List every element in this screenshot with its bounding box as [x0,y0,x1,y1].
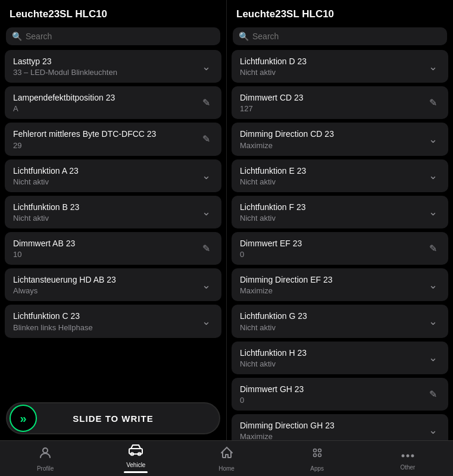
nav-item-vehicle[interactable]: Vehicle [90,441,181,477]
list-item[interactable]: Dimming Direction GH 23 Maximize [232,414,448,440]
list-item[interactable]: Dimmwert EF 23 0 [232,232,448,265]
chevron-down-icon[interactable] [199,60,213,73]
list-item[interactable]: Dimmwert AB 23 10 [5,232,221,265]
list-item[interactable]: Lichtfunktion H 23 Nicht aktiv [232,342,448,374]
item-title: Lichtfunktion C 23 [13,311,199,321]
item-text: Lichtfunktion E 23 Nicht aktiv [240,165,426,186]
item-text: Dimmwert CD 23 127 [240,92,426,113]
pencil-icon[interactable] [426,389,440,400]
item-text: Dimming Direction EF 23 Maximize [240,274,426,295]
item-value: Nicht aktiv [13,177,199,186]
nav-item-profile[interactable]: Profile [0,442,90,475]
item-value: Nicht aktiv [240,359,426,368]
slide-handle[interactable]: » [10,405,37,432]
right-search-input[interactable] [252,32,441,41]
right-panel-title: Leuchte23SL HLC10 [227,0,453,24]
item-title: Lichtfunktion F 23 [240,202,426,212]
item-text: Dimmwert AB 23 10 [13,238,199,259]
item-value: Nicht aktiv [240,214,426,223]
pencil-icon[interactable] [199,243,213,254]
item-title: Dimming Direction CD 23 [240,129,426,139]
item-text: Lichtfunktion G 23 Nicht aktiv [240,311,426,331]
right-search-icon: 🔍 [239,32,249,41]
list-item[interactable]: Dimming Direction CD 23 Maximize [232,123,448,155]
item-value: 127 [240,104,426,113]
slide-chevrons-icon: » [20,412,26,425]
item-text: Lichtfunktion F 23 Nicht aktiv [240,202,426,223]
chevron-down-icon[interactable] [426,60,440,73]
slide-to-write-track[interactable]: » SLIDE TO WRITE [6,402,220,434]
list-item[interactable]: Lasttyp 23 33 – LED-Modul Blinkleuchten [5,50,221,83]
item-value: Nicht aktiv [240,177,426,186]
item-title: Lichtfunktion H 23 [240,347,426,358]
chevron-down-icon[interactable] [199,169,213,182]
chevron-down-icon[interactable] [426,351,440,364]
chevron-down-icon[interactable] [426,278,440,292]
list-item[interactable]: Lichtfunktion C 23 Blinken links Hellpha… [5,305,221,337]
chevron-down-icon[interactable] [426,424,440,437]
apps-nav-icon [310,446,324,464]
left-search-input[interactable] [26,32,214,41]
other-nav-label: Other [400,464,415,471]
left-panel: Leuchte23SL HLC10 🔍 Lasttyp 23 33 – LED-… [0,0,227,440]
chevron-down-icon[interactable] [426,133,440,146]
list-item[interactable]: Dimmwert CD 23 127 [232,86,448,119]
right-search-bar[interactable]: 🔍 [233,27,447,45]
svg-point-0 [43,448,48,453]
pencil-icon[interactable] [199,133,213,145]
item-title: Dimmwert CD 23 [240,92,426,103]
list-item[interactable]: Lampendefektbitposition 23 A [5,86,221,119]
chevron-down-icon[interactable] [199,205,213,218]
svg-point-9 [406,454,409,457]
nav-active-indicator [124,471,148,473]
list-item[interactable]: Lichtansteuerung HD AB 23 Always [5,268,221,301]
item-text: Dimmwert EF 23 0 [240,238,426,259]
left-search-icon: 🔍 [12,32,22,41]
nav-item-apps[interactable]: Apps [272,442,363,475]
svg-point-6 [313,453,316,456]
left-search-bar[interactable]: 🔍 [6,27,220,45]
list-item[interactable]: Lichtfunktion G 23 Nicht aktiv [232,305,448,337]
item-text: Lichtfunktion A 23 Nicht aktiv [13,165,199,186]
item-value: Nicht aktiv [240,68,426,77]
vehicle-icon [128,444,143,456]
item-text: Dimmwert GH 23 0 [240,384,426,405]
item-value: Maximize [240,141,426,150]
vehicle-nav-label: Vehicle [126,462,145,468]
item-text: Lasttyp 23 33 – LED-Modul Blinkleuchten [13,56,199,77]
item-title: Lichtfunktion A 23 [13,165,199,176]
chevron-down-icon[interactable] [426,205,440,218]
chevron-down-icon[interactable] [426,169,440,182]
list-item[interactable]: Lichtfunktion A 23 Nicht aktiv [5,159,221,192]
list-item[interactable]: Lichtfunktion B 23 Nicht aktiv [5,196,221,228]
chevron-down-icon[interactable] [199,278,213,292]
left-panel-title: Leuchte23SL HLC10 [0,0,226,24]
home-nav-label: Home [218,465,235,472]
svg-point-10 [411,454,414,457]
list-item[interactable]: Lichtfunktion E 23 Nicht aktiv [232,159,448,192]
right-items-list: Lichtfunktion D 23 Nicht aktiv Dimmwert … [227,50,453,440]
item-title: Fehlerort mittleres Byte DTC-DFCC 23 [13,129,199,139]
list-item[interactable]: Fehlerort mittleres Byte DTC-DFCC 23 29 [5,123,221,155]
item-text: Dimming Direction CD 23 Maximize [240,129,426,149]
nav-item-home[interactable]: Home [181,442,271,475]
other-icon [401,453,415,459]
item-title: Dimmwert EF 23 [240,238,426,249]
chevron-down-icon[interactable] [199,315,213,328]
item-value: Always [13,286,199,295]
home-nav-icon [220,446,234,464]
list-item[interactable]: Lichtfunktion D 23 Nicht aktiv [232,50,448,83]
right-panel: Leuchte23SL HLC10 🔍 Lichtfunktion D 23 N… [227,0,453,440]
home-icon [220,446,234,460]
pencil-icon[interactable] [426,97,440,108]
item-value: Nicht aktiv [13,214,199,223]
apps-icon [310,446,324,460]
pencil-icon[interactable] [199,97,213,108]
list-item[interactable]: Dimming Direction EF 23 Maximize [232,268,448,301]
nav-item-other[interactable]: Other [363,443,453,474]
list-item[interactable]: Dimmwert GH 23 0 [232,378,448,411]
pencil-icon[interactable] [426,243,440,254]
item-text: Lichtfunktion B 23 Nicht aktiv [13,202,199,223]
list-item[interactable]: Lichtfunktion F 23 Nicht aktiv [232,196,448,228]
chevron-down-icon[interactable] [426,315,440,328]
